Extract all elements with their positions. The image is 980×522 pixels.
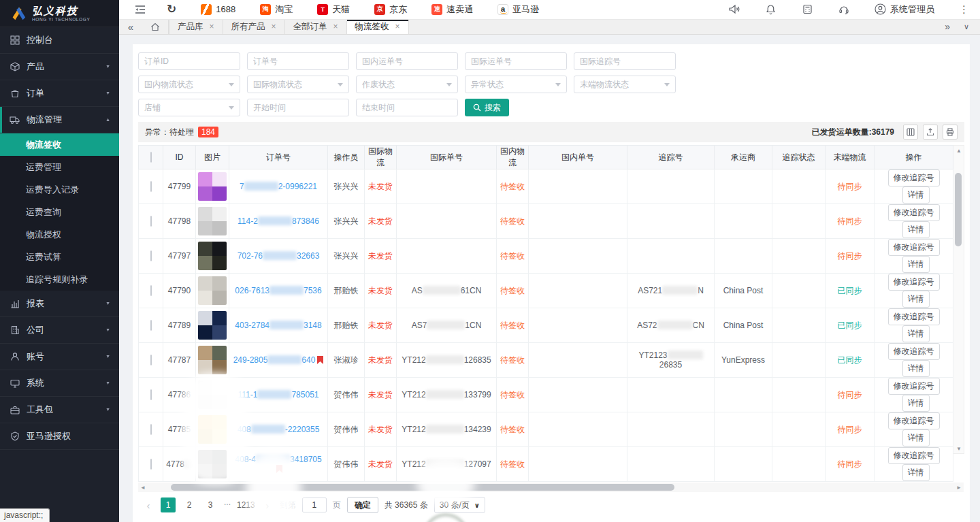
tab-home[interactable]	[142, 20, 169, 34]
bell-icon[interactable]	[764, 3, 777, 16]
sidebar-item-亚马逊授权[interactable]: 亚马逊授权	[0, 423, 119, 450]
order-number-link[interactable]: 72-0996221	[240, 182, 317, 191]
row-checkbox[interactable]	[150, 181, 152, 192]
filter-select-国际物流状态[interactable]: 国际物流状态	[247, 76, 349, 93]
order-number-link[interactable]: 026-76137536	[235, 286, 321, 295]
scroll-left-icon[interactable]: ◄	[138, 483, 148, 492]
edit-tracking-button[interactable]: 修改追踪号	[888, 412, 940, 429]
tabs-scroll-left-icon[interactable]: «	[119, 20, 142, 34]
sidebar-item-工具包[interactable]: 工具包▼	[0, 397, 119, 423]
product-image[interactable]	[198, 380, 227, 409]
order-number-link[interactable]: 249-2805640	[233, 355, 316, 365]
scroll-up-icon[interactable]: ▲	[953, 146, 964, 155]
horizontal-scrollbar[interactable]: ◄ ►	[138, 483, 964, 492]
page-number-2[interactable]: 2	[182, 497, 197, 512]
edit-tracking-button[interactable]: 修改追踪号	[888, 239, 940, 256]
detail-button[interactable]: 详情	[902, 325, 930, 342]
filter-input-国内运单号[interactable]	[356, 52, 458, 70]
more-menu-icon[interactable]: ⋮	[959, 3, 969, 16]
sidebar-subitem-物流签收[interactable]: 物流签收	[0, 133, 119, 156]
detail-button[interactable]: 详情	[902, 360, 930, 377]
sidebar-subitem-运费试算[interactable]: 运费试算	[0, 246, 119, 268]
close-icon[interactable]: ×	[272, 22, 276, 31]
user-menu[interactable]: 系统管理员	[875, 3, 934, 16]
close-icon[interactable]: ×	[333, 22, 338, 31]
filter-select-店铺[interactable]: 店铺	[138, 99, 240, 116]
detail-button[interactable]: 详情	[902, 395, 930, 412]
filter-input-开始时间[interactable]	[247, 99, 349, 116]
filter-select-作废状态[interactable]: 作废状态	[356, 76, 458, 93]
vertical-scroll-thumb[interactable]	[955, 173, 962, 246]
product-image[interactable]	[198, 415, 227, 444]
edit-tracking-button[interactable]: 修改追踪号	[888, 204, 940, 221]
next-page-icon[interactable]: ›	[261, 500, 274, 511]
tab-所有产品[interactable]: 所有产品×	[223, 20, 285, 34]
sidebar-item-物流管理[interactable]: 物流管理▲	[0, 107, 119, 133]
product-image[interactable]	[198, 242, 227, 270]
marketplace-速卖通[interactable]: 速速卖通	[431, 3, 473, 16]
sidebar-item-公司[interactable]: 公司▼	[0, 317, 119, 344]
detail-button[interactable]: 详情	[902, 221, 930, 238]
filter-input-订单ID[interactable]	[138, 52, 240, 70]
refresh-icon[interactable]: ↻	[167, 2, 176, 16]
goto-confirm-button[interactable]: 确定	[347, 497, 378, 513]
order-number-link[interactable]: 702-7632663	[238, 251, 320, 261]
product-image[interactable]	[198, 346, 227, 374]
marketplace-京东[interactable]: 京京东	[374, 3, 407, 16]
row-checkbox[interactable]	[150, 355, 152, 365]
detail-button[interactable]: 详情	[902, 464, 930, 481]
print-icon[interactable]	[943, 125, 958, 140]
product-image[interactable]	[198, 450, 227, 478]
order-number-link[interactable]: 408-2220355	[238, 425, 320, 434]
marketplace-1688[interactable]: 1688	[201, 3, 235, 16]
edit-tracking-button[interactable]: 修改追踪号	[888, 274, 940, 291]
product-image[interactable]	[198, 207, 227, 235]
marketplace-淘宝[interactable]: 淘淘宝	[260, 3, 293, 16]
marketplace-天猫[interactable]: T天猫	[317, 3, 350, 16]
row-checkbox[interactable]	[150, 389, 152, 400]
sidebar-subitem-物流授权[interactable]: 物流授权	[0, 223, 119, 246]
columns-icon[interactable]	[903, 125, 918, 140]
sidebar-subitem-运费导入记录[interactable]: 运费导入记录	[0, 178, 119, 201]
calculator-icon[interactable]	[801, 3, 813, 16]
edit-tracking-button[interactable]: 修改追踪号	[888, 308, 940, 325]
edit-tracking-button[interactable]: 修改追踪号	[888, 378, 940, 395]
filter-select-异常状态[interactable]: 异常状态	[465, 76, 567, 93]
exception-badge[interactable]: 184	[198, 127, 218, 137]
scroll-down-icon[interactable]: ▼	[953, 444, 964, 453]
order-number-link[interactable]: 408-43418705	[235, 455, 321, 464]
detail-button[interactable]: 详情	[902, 256, 930, 273]
export-icon[interactable]	[923, 125, 938, 140]
close-icon[interactable]: ×	[395, 22, 400, 31]
prev-page-icon[interactable]: ‹	[142, 500, 154, 511]
row-checkbox[interactable]	[150, 424, 152, 435]
detail-button[interactable]: 详情	[902, 291, 930, 308]
page-number-1213[interactable]: 1213	[237, 497, 255, 512]
edit-tracking-button[interactable]: 修改追踪号	[888, 343, 940, 360]
row-checkbox[interactable]	[150, 459, 152, 470]
filter-input-国际运单号[interactable]	[465, 52, 567, 70]
tab-产品库[interactable]: 产品库×	[169, 20, 223, 34]
row-checkbox[interactable]	[150, 216, 152, 227]
page-number-1[interactable]: 1	[161, 497, 176, 512]
row-checkbox[interactable]	[150, 320, 152, 331]
sidebar-item-系统[interactable]: 系统▼	[0, 370, 119, 397]
sidebar-item-控制台[interactable]: 控制台	[0, 27, 119, 54]
product-image[interactable]	[198, 276, 227, 305]
tabs-menu-icon[interactable]: ∨	[964, 22, 969, 31]
tabs-scroll-right-icon[interactable]: »	[945, 21, 950, 32]
row-checkbox[interactable]	[150, 250, 152, 261]
sidebar-item-产品[interactable]: 产品▼	[0, 54, 119, 80]
row-checkbox[interactable]	[150, 285, 152, 296]
filter-input-国际追踪号[interactable]	[574, 52, 676, 70]
tab-物流签收[interactable]: 物流签收×	[347, 20, 409, 34]
close-icon[interactable]: ×	[210, 22, 214, 31]
sidebar-item-报表[interactable]: 报表▼	[0, 291, 119, 317]
edit-tracking-button[interactable]: 修改追踪号	[888, 447, 940, 464]
collapse-sidebar-icon[interactable]	[134, 3, 146, 16]
goto-page-input[interactable]	[302, 497, 327, 512]
page-number-3[interactable]: 3	[203, 497, 218, 512]
search-button[interactable]: 搜索	[465, 99, 509, 116]
filter-select-国内物流状态[interactable]: 国内物流状态	[138, 76, 240, 93]
sidebar-item-订单[interactable]: 订单▼	[0, 80, 119, 107]
